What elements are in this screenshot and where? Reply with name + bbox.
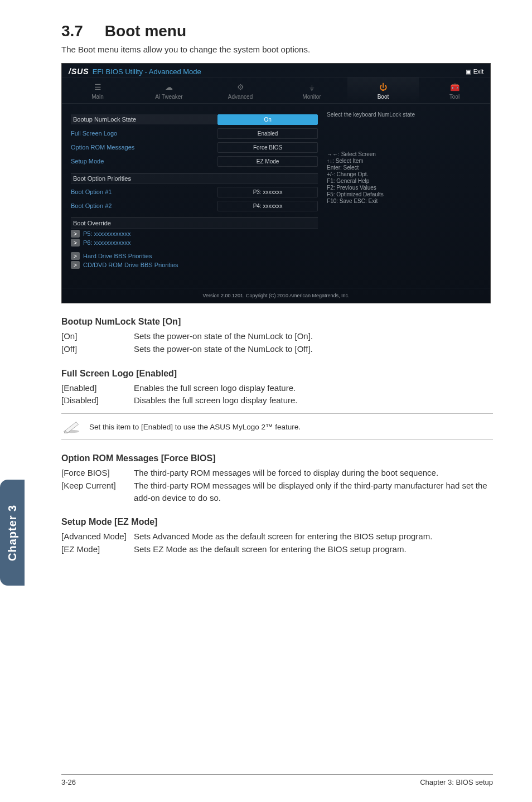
section-name: Boot menu [105,22,186,40]
toolbox-icon: 🧰 [419,82,490,92]
fullscreen-dis-val: Disables the full screen logo display fe… [134,394,493,407]
page-footer: 3-26 Chapter 3: BIOS setup [61,774,493,786]
oprom-keep-val: The third-party ROM messages will be dis… [134,480,493,504]
tab-monitor[interactable]: ⏚ Monitor [276,78,347,103]
field-numlock[interactable]: Bootup NumLock State On [71,113,318,125]
cloud-icon: ☁ [133,82,205,92]
bios-help-pane: Select the keyboard NumLock state →←: Se… [327,112,481,284]
plug-icon: ⏚ [276,82,347,92]
help-key-2: ↑↓: Select Item [327,158,481,164]
override-p6[interactable]: > P6: xxxxxxxxxxxx [71,239,318,247]
tab-ai-label: Ai Tweaker [133,94,205,100]
boot-opt1-value: P3: xxxxxxx [217,187,318,197]
tab-adv-label: Advanced [205,94,276,100]
fullscreen-en-val: Enables the full screen logo display fea… [134,382,493,394]
setupmode-ez-val: Sets EZ Mode as the default screen for e… [134,543,493,555]
override-cddvd-label: CD/DVD ROM Drive BBS Priorities [83,262,178,268]
list-icon: ☰ [62,82,133,92]
tab-main[interactable]: ☰ Main [62,78,133,103]
override-p5[interactable]: > P5: xxxxxxxxxxxx [71,230,318,238]
asus-logo: /SUS [69,67,89,76]
note-text: Set this item to [Enabled] to use the AS… [89,423,301,431]
numlock-off-key: [Off] [61,343,134,355]
chevron-right-icon: > [71,261,80,269]
chapter-side-tab: Chapter 3 [0,480,25,586]
boot-opt2-label: Boot Option #2 [71,202,217,209]
help-key-4: +/-: Change Opt. [327,171,481,177]
override-p5-label: P5: xxxxxxxxxxxx [83,230,131,237]
section-number: 3.7 [61,22,83,40]
fullscreen-heading: Full Screen Logo [Enabled] [61,369,493,379]
boot-opt2-value: P4: xxxxxxx [217,201,318,211]
bios-footer: Version 2.00.1201. Copyright (C) 2010 Am… [62,288,490,303]
field-fullscreen[interactable]: Full Screen Logo Enabled [71,127,318,139]
help-key-8: F10: Save ESC: Exit [327,198,481,204]
exit-icon: ▣ [466,68,471,75]
tab-tool-label: Tool [419,94,490,100]
boot-opt-1[interactable]: Boot Option #1 P3: xxxxxxx [71,186,318,198]
chevron-right-icon: > [71,230,80,238]
field-setupmode-value: EZ Mode [217,156,318,167]
bios-screenshot: /SUS EFI BIOS Utility - Advanced Mode ▣ … [61,63,491,303]
chevron-right-icon: > [71,252,80,260]
boot-override-header: Boot Override [71,218,318,229]
help-keys: →←: Select Screen ↑↓: Select Item Enter:… [327,151,481,204]
chapter-label: Chapter 3: BIOS setup [420,778,493,786]
boot-opt1-label: Boot Option #1 [71,189,217,195]
section-title: 3.7 Boot menu [61,22,493,40]
help-key-1: →←: Select Screen [327,151,481,157]
oprom-heading: Option ROM Messages [Force BIOS] [61,453,493,463]
intro-text: The Boot menu items allow you to change … [61,45,493,54]
boot-priorities-header: Boot Option Priorities [71,173,318,184]
field-numlock-label: Bootup NumLock State [71,114,217,124]
power-icon: ⏻ [347,82,419,92]
help-text: Select the keyboard NumLock state [327,112,481,118]
override-cddvd[interactable]: > CD/DVD ROM Drive BBS Priorities [71,261,318,269]
exit-label: Exit [473,68,483,75]
tab-boot[interactable]: ⏻ Boot [347,78,419,103]
tab-ai-tweaker[interactable]: ☁ Ai Tweaker [133,78,205,103]
page-number: 3-26 [61,778,76,786]
numlock-heading: Bootup NumLock State [On] [61,317,493,327]
tab-monitor-label: Monitor [276,94,347,100]
field-oprom-label: Option ROM Messages [71,144,217,151]
tab-main-label: Main [62,94,133,100]
tab-tool[interactable]: 🧰 Tool [419,78,490,103]
oprom-force-val: The third-party ROM messages will be for… [134,467,493,479]
setupmode-ez-key: [EZ Mode] [61,543,134,555]
override-hdd-label: Hard Drive BBS Priorities [83,253,152,259]
bios-tabs: ☰ Main ☁ Ai Tweaker ⚙ Advanced ⏚ Monitor… [62,78,490,104]
exit-button[interactable]: ▣ Exit [466,68,483,75]
field-oprom[interactable]: Option ROM Messages Force BIOS [71,141,318,153]
tab-advanced[interactable]: ⚙ Advanced [205,78,276,103]
chevron-right-icon: > [71,239,80,247]
field-numlock-value: On [217,114,318,125]
fullscreen-en-key: [Enabled] [61,382,134,394]
setupmode-heading: Setup Mode [EZ Mode] [61,517,493,527]
field-setupmode[interactable]: Setup Mode EZ Mode [71,155,318,167]
boot-opt-2[interactable]: Boot Option #2 P4: xxxxxxx [71,200,318,212]
tab-boot-label: Boot [347,94,419,100]
oprom-keep-key: [Keep Current] [61,480,134,504]
override-p6-label: P6: xxxxxxxxxxxx [83,239,131,246]
fullscreen-dis-key: [Disabled] [61,394,134,407]
help-key-5: F1: General Help [327,178,481,184]
field-oprom-value: Force BIOS [217,142,318,153]
numlock-on-val: Sets the power-on state of the NumLock t… [134,330,493,342]
pencil-icon [61,418,81,435]
numlock-off-val: Sets the power-on state of the NumLock t… [134,343,493,355]
setupmode-adv-key: [Advanced Mode] [61,530,134,543]
note-box: Set this item to [Enabled] to use the AS… [61,413,493,440]
field-setupmode-label: Setup Mode [71,158,217,165]
override-hdd[interactable]: > Hard Drive BBS Priorities [71,252,318,260]
field-fullscreen-label: Full Screen Logo [71,130,217,137]
numlock-on-key: [On] [61,330,134,342]
help-key-3: Enter: Select [327,165,481,171]
help-key-7: F5: Optimized Defaults [327,191,481,197]
setupmode-adv-val: Sets Advanced Mode as the default screen… [134,530,493,543]
gear-icon: ⚙ [205,82,276,92]
oprom-force-key: [Force BIOS] [61,467,134,479]
utility-title: EFI BIOS Utility - Advanced Mode [93,67,201,76]
help-key-6: F2: Previous Values [327,185,481,191]
field-fullscreen-value: Enabled [217,128,318,139]
